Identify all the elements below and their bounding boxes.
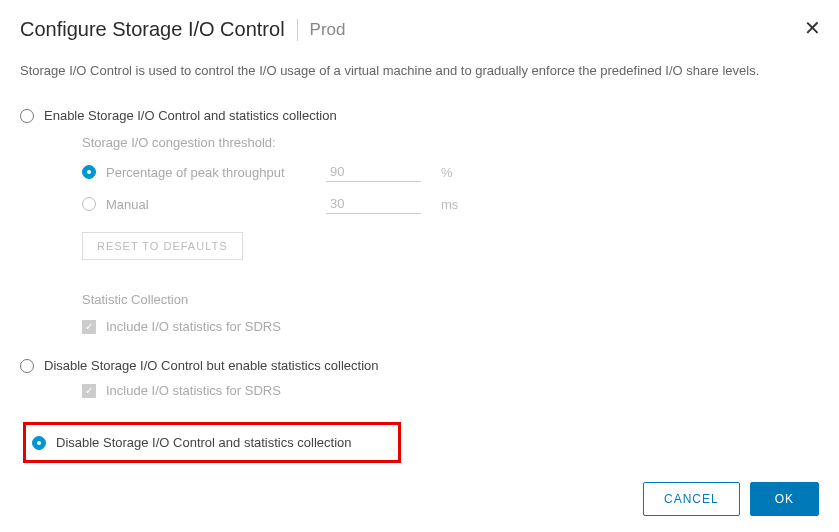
checkbox-sdrs-2[interactable]: ✓ Include I/O statistics for SDRS: [82, 383, 819, 398]
context-label: Prod: [310, 20, 346, 40]
option-disable-with-stats: Disable Storage I/O Control but enable s…: [20, 358, 819, 398]
radio-icon: [82, 165, 96, 179]
manual-input[interactable]: [326, 194, 421, 214]
enable-settings: Storage I/O congestion threshold: Percen…: [82, 135, 819, 334]
checkbox-icon: ✓: [82, 384, 96, 398]
highlighted-option: Disable Storage I/O Control and statisti…: [23, 422, 401, 463]
checkbox-label: Include I/O statistics for SDRS: [106, 383, 281, 398]
radio-manual[interactable]: Manual ms: [82, 194, 819, 214]
radio-icon: [82, 197, 96, 211]
close-button[interactable]: ✕: [804, 16, 821, 40]
option-enable: Enable Storage I/O Control and statistic…: [20, 108, 819, 334]
percentage-label: Percentage of peak throughput: [106, 165, 316, 180]
checkbox-icon: ✓: [82, 320, 96, 334]
radio-label: Disable Storage I/O Control but enable s…: [44, 358, 379, 373]
disable-stats-settings: ✓ Include I/O statistics for SDRS: [82, 383, 819, 398]
ok-button[interactable]: OK: [750, 482, 819, 516]
manual-unit: ms: [441, 197, 458, 212]
radio-icon: [32, 436, 46, 450]
stats-title: Statistic Collection: [82, 292, 819, 307]
radio-icon: [20, 359, 34, 373]
percentage-input[interactable]: [326, 162, 421, 182]
radio-disable-all[interactable]: Disable Storage I/O Control and statisti…: [32, 435, 392, 450]
close-icon: ✕: [804, 17, 821, 39]
radio-disable-with-stats[interactable]: Disable Storage I/O Control but enable s…: [20, 358, 819, 373]
radio-label: Disable Storage I/O Control and statisti…: [56, 435, 352, 450]
percentage-unit: %: [441, 165, 453, 180]
dialog-header: Configure Storage I/O Control Prod: [20, 18, 819, 41]
checkbox-sdrs-1[interactable]: ✓ Include I/O statistics for SDRS: [82, 319, 819, 334]
checkbox-label: Include I/O statistics for SDRS: [106, 319, 281, 334]
radio-label: Enable Storage I/O Control and statistic…: [44, 108, 337, 123]
stats-section: Statistic Collection ✓ Include I/O stati…: [82, 292, 819, 334]
dialog-footer: CANCEL OK: [643, 482, 819, 516]
radio-percentage[interactable]: Percentage of peak throughput %: [82, 162, 819, 182]
dialog-title: Configure Storage I/O Control: [20, 18, 285, 41]
manual-label: Manual: [106, 197, 316, 212]
divider: [297, 19, 298, 41]
description-text: Storage I/O Control is used to control t…: [20, 63, 819, 78]
cancel-button[interactable]: CANCEL: [643, 482, 740, 516]
radio-enable[interactable]: Enable Storage I/O Control and statistic…: [20, 108, 819, 123]
radio-icon: [20, 109, 34, 123]
threshold-title: Storage I/O congestion threshold:: [82, 135, 819, 150]
reset-button[interactable]: RESET TO DEFAULTS: [82, 232, 243, 260]
